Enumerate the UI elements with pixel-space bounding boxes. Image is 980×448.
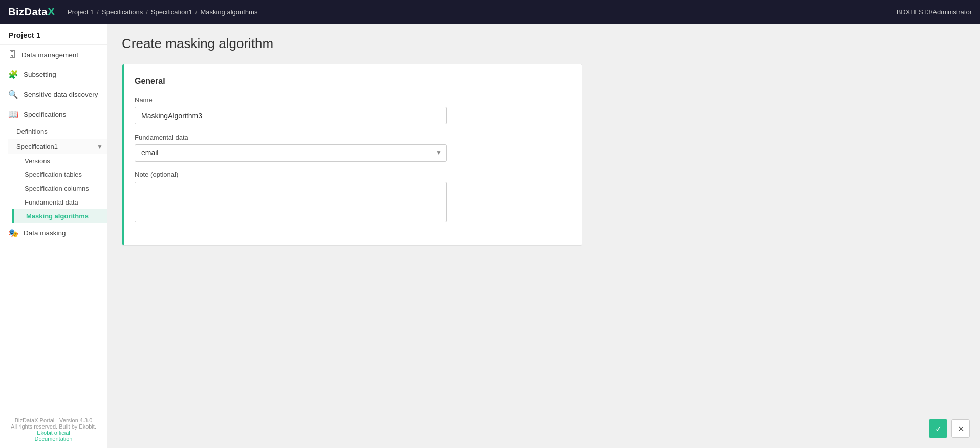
puzzle-icon: 🧩 bbox=[8, 70, 18, 79]
sidebar-item-masking-algorithms[interactable]: Masking algorithms bbox=[12, 209, 107, 223]
user-info: BDXTEST3\Administrator bbox=[897, 8, 972, 16]
breadcrumb-spec1[interactable]: Specification1 bbox=[151, 8, 192, 16]
sidebar: Project 1 🗄 Data management 🧩 Subsetting… bbox=[0, 24, 107, 448]
breadcrumb-current: Masking algorithms bbox=[200, 8, 257, 16]
fundamental-data-select-wrapper: email name phone address date ▼ bbox=[135, 144, 447, 162]
search-icon: 🔍 bbox=[8, 89, 18, 99]
sidebar-spec1-children: Versions Specification tables Specificat… bbox=[8, 154, 107, 223]
breadcrumb: Project 1 / Specifications / Specificati… bbox=[68, 8, 897, 16]
database-icon: 🗄 bbox=[8, 50, 16, 59]
sidebar-item-spec-tables[interactable]: Specification tables bbox=[12, 168, 107, 182]
book-icon: 📖 bbox=[8, 109, 18, 119]
footer-rights: All rights reserved. Built by Ekobit. bbox=[8, 423, 99, 430]
footer-version: BizDataX Portal - Version 4.3.0 bbox=[8, 417, 99, 423]
confirm-button[interactable]: ✓ bbox=[929, 419, 947, 438]
sidebar-footer: BizDataX Portal - Version 4.3.0 All righ… bbox=[0, 411, 107, 448]
form-section-title: General bbox=[135, 77, 570, 86]
sidebar-label-sensitive-data: Sensitive data discovery bbox=[24, 91, 98, 98]
sidebar-item-versions[interactable]: Versions bbox=[12, 154, 107, 168]
note-textarea[interactable] bbox=[135, 182, 447, 222]
chevron-down-icon: ▼ bbox=[97, 143, 103, 150]
top-nav: BizDataX Project 1 / Specifications / Sp… bbox=[0, 0, 980, 24]
footer-link-ekobit[interactable]: Ekobit official bbox=[37, 430, 70, 436]
sidebar-item-fundamental-data[interactable]: Fundamental data bbox=[12, 195, 107, 209]
name-label: Name bbox=[135, 96, 570, 104]
note-group: Note (optional) bbox=[135, 171, 570, 224]
logo-text: BizDataX bbox=[8, 5, 55, 18]
sidebar-label-data-management: Data management bbox=[21, 51, 78, 59]
name-input[interactable] bbox=[135, 107, 447, 124]
sidebar-item-spec-columns[interactable]: Specification columns bbox=[12, 182, 107, 195]
sidebar-item-definitions[interactable]: Definitions bbox=[8, 124, 107, 139]
mask-icon: 🎭 bbox=[8, 228, 18, 238]
breadcrumb-sep-3: / bbox=[195, 8, 198, 16]
action-buttons: ✓ ✕ bbox=[929, 419, 970, 438]
breadcrumb-sep-1: / bbox=[97, 8, 99, 16]
footer-link-documentation[interactable]: Documentation bbox=[35, 436, 73, 442]
fundamental-data-group: Fundamental data email name phone addres… bbox=[135, 133, 570, 162]
note-label: Note (optional) bbox=[135, 171, 570, 178]
breadcrumb-sep-2: / bbox=[146, 8, 148, 16]
sidebar-item-specifications[interactable]: 📖 Specifications bbox=[0, 104, 107, 124]
breadcrumb-project[interactable]: Project 1 bbox=[68, 8, 94, 16]
sidebar-label-subsetting: Subsetting bbox=[24, 71, 56, 78]
fundamental-data-select[interactable]: email name phone address date bbox=[135, 144, 447, 162]
sidebar-project-title: Project 1 bbox=[0, 24, 107, 45]
sidebar-item-subsetting[interactable]: 🧩 Subsetting bbox=[0, 64, 107, 84]
breadcrumb-specifications[interactable]: Specifications bbox=[102, 8, 143, 16]
form-card: General Name Fundamental data email name… bbox=[122, 64, 582, 246]
name-group: Name bbox=[135, 96, 570, 124]
page-title: Create masking algorithm bbox=[122, 36, 966, 52]
sidebar-item-data-management[interactable]: 🗄 Data management bbox=[0, 45, 107, 64]
sidebar-specifications-sub: Definitions Specification1 ▼ Versions Sp… bbox=[0, 124, 107, 223]
fundamental-data-label: Fundamental data bbox=[135, 133, 570, 141]
app-logo[interactable]: BizDataX bbox=[8, 5, 55, 18]
sidebar-spec1-header[interactable]: Specification1 ▼ bbox=[8, 139, 107, 154]
cancel-button[interactable]: ✕ bbox=[951, 419, 970, 438]
sidebar-item-sensitive-data[interactable]: 🔍 Sensitive data discovery bbox=[0, 84, 107, 104]
sidebar-label-data-masking: Data masking bbox=[24, 229, 66, 237]
main-content: Create masking algorithm General Name Fu… bbox=[107, 24, 980, 448]
sidebar-item-data-masking[interactable]: 🎭 Data masking bbox=[0, 223, 107, 243]
sidebar-spec1-label: Specification1 bbox=[16, 143, 58, 150]
sidebar-label-specifications: Specifications bbox=[24, 110, 66, 118]
